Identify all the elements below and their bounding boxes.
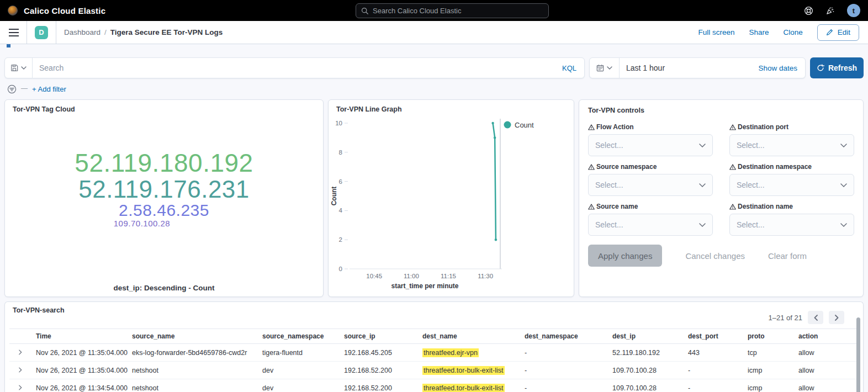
tag-cloud-term[interactable]: 52.119.176.231: [78, 177, 250, 202]
column-header: dest_ip: [608, 329, 684, 344]
svg-text:11:15: 11:15: [441, 273, 456, 279]
breadcrumb-dashboard[interactable]: Dashboard: [64, 28, 100, 36]
chevron-down-icon: [699, 183, 706, 187]
chevron-down-icon: [21, 66, 27, 70]
breadcrumb-bar: D Dashboard / Tigera Secure EE Tor-VPN L…: [0, 21, 868, 44]
control-select[interactable]: Select...: [729, 214, 854, 236]
cell-source_ip: 192.168.52.200: [340, 379, 418, 392]
chevron-left-icon: [814, 315, 818, 321]
svg-text:8: 8: [339, 149, 342, 156]
saved-query-menu-button[interactable]: [5, 58, 33, 78]
control-select[interactable]: Select...: [729, 174, 854, 196]
kql-button[interactable]: KQL: [562, 64, 584, 72]
global-search[interactable]: [356, 3, 549, 18]
date-quick-select-button[interactable]: [590, 58, 620, 78]
edit-button[interactable]: Edit: [817, 24, 859, 41]
cell-dest_ip: 52.119.180.192: [608, 344, 684, 362]
select-placeholder: Select...: [737, 220, 765, 229]
share-button[interactable]: Share: [749, 28, 769, 36]
control-select[interactable]: Select...: [588, 214, 713, 236]
tag-cloud-term[interactable]: 52.119.180.192: [75, 150, 253, 177]
cell-source_name: eks-log-forwarder-5bd4659786-cwd2r: [128, 344, 258, 362]
panel-title: Tor-VPN controls: [588, 107, 854, 114]
column-header: dest_name: [418, 329, 520, 344]
tag-cloud-term[interactable]: 2.58.46.235: [119, 202, 209, 219]
column-header: dest_namespace: [520, 329, 608, 344]
pencil-icon: [826, 29, 833, 36]
chevron-right-icon: [19, 349, 22, 355]
control-field-label: Flow Action: [596, 123, 634, 131]
cell-source_name: netshoot: [128, 362, 258, 379]
row-expand-button[interactable]: [9, 379, 31, 392]
control-select[interactable]: Select...: [588, 134, 713, 156]
pagination: 1–21 of 21: [769, 311, 844, 324]
tag-cloud: 52.119.180.19252.119.176.2312.58.46.2351…: [5, 100, 323, 296]
full-screen-button[interactable]: Full screen: [698, 28, 734, 36]
column-header: source_ip: [340, 329, 418, 344]
clone-button[interactable]: Clone: [783, 28, 802, 36]
help-icon[interactable]: [804, 6, 813, 15]
control-field: Destination port Select...: [729, 123, 854, 156]
row-expand-button[interactable]: [9, 344, 31, 362]
control-field: Flow Action Select...: [588, 123, 713, 156]
svg-text:11:00: 11:00: [404, 273, 419, 279]
app-title: Calico Cloud Elastic: [24, 6, 105, 15]
warning-icon: [588, 204, 595, 210]
cell-dest_port: 443: [684, 344, 743, 362]
chevron-down-icon: [607, 66, 612, 70]
cell-action: allow: [794, 344, 859, 362]
app-header: Calico Cloud Elastic t: [0, 0, 868, 21]
clear-form-button[interactable]: Clear form: [768, 251, 807, 261]
time-range-value[interactable]: Last 1 hour: [620, 63, 665, 72]
column-header: dest_port: [684, 329, 743, 344]
breadcrumb: Dashboard / Tigera Secure EE Tor-VPN Log…: [64, 28, 223, 36]
search-results-panel: Tor-VPN-search 1–21 of 21 Timesource_nam…: [4, 301, 864, 392]
cell-time: Nov 26, 2021 @ 11:35:04.000: [31, 344, 128, 362]
cell-source_namespace: dev: [258, 379, 340, 392]
control-select[interactable]: Select...: [729, 134, 854, 156]
control-field-label: Destination namespace: [738, 163, 812, 171]
panel-title: Tor-VPN Line Graph: [336, 105, 402, 113]
cell-dest_namespace: -: [520, 362, 608, 379]
query-search-input[interactable]: [33, 63, 562, 72]
svg-text:10: 10: [335, 120, 342, 126]
select-placeholder: Select...: [737, 141, 765, 150]
refresh-button[interactable]: Refresh: [810, 57, 864, 78]
warning-icon: [729, 124, 736, 130]
show-dates-button[interactable]: Show dates: [758, 64, 805, 72]
vertical-scrollbar[interactable]: [856, 317, 860, 392]
menu-icon[interactable]: [9, 29, 19, 36]
column-header: action: [794, 329, 859, 344]
chevron-down-icon: [699, 223, 706, 227]
tag-cloud-panel: Tor-VPN Tag Cloud 52.119.180.19252.119.1…: [4, 99, 324, 297]
table-row: Nov 26, 2021 @ 11:34:54.000netshootdev19…: [9, 379, 859, 392]
control-select[interactable]: Select...: [588, 174, 713, 196]
filter-icon[interactable]: [7, 84, 17, 94]
line-chart[interactable]: 024681010:4511:0011:1511:30start_time pe…: [329, 100, 575, 294]
newsfeed-party-popper-icon[interactable]: [825, 6, 835, 15]
next-page-button[interactable]: [829, 311, 844, 324]
cell-action: allow: [794, 362, 859, 379]
column-header: proto: [743, 329, 794, 344]
previous-page-button[interactable]: [808, 311, 823, 324]
legend-dot: [504, 121, 511, 129]
cell-proto: icmp: [743, 379, 794, 392]
cell-time: Nov 26, 2021 @ 11:34:54.000: [31, 379, 128, 392]
calico-logo: [8, 6, 18, 15]
svg-text:start_time per minute: start_time per minute: [391, 282, 458, 290]
table-row: Nov 26, 2021 @ 11:35:04.000eks-log-forwa…: [9, 344, 859, 362]
chevron-down-icon: [699, 144, 706, 147]
svg-text:11:30: 11:30: [478, 273, 493, 279]
cell-proto: icmp: [743, 362, 794, 379]
user-avatar[interactable]: t: [847, 4, 860, 17]
highlighted-dest-name: threatfeed.tor-bulk-exit-list: [422, 384, 505, 392]
apply-changes-button[interactable]: Apply changes: [588, 245, 662, 267]
global-search-input[interactable]: [373, 7, 543, 15]
add-filter-button[interactable]: + Add filter: [32, 85, 66, 93]
cell-time: Nov 26, 2021 @ 11:35:04.000: [31, 362, 128, 379]
cell-action: allow: [794, 379, 859, 392]
row-expand-button[interactable]: [9, 362, 31, 379]
tag-cloud-term[interactable]: 109.70.100.28: [114, 219, 170, 228]
cell-dest_ip: 109.70.100.28: [608, 362, 684, 379]
cancel-changes-button[interactable]: Cancel changes: [685, 251, 745, 261]
